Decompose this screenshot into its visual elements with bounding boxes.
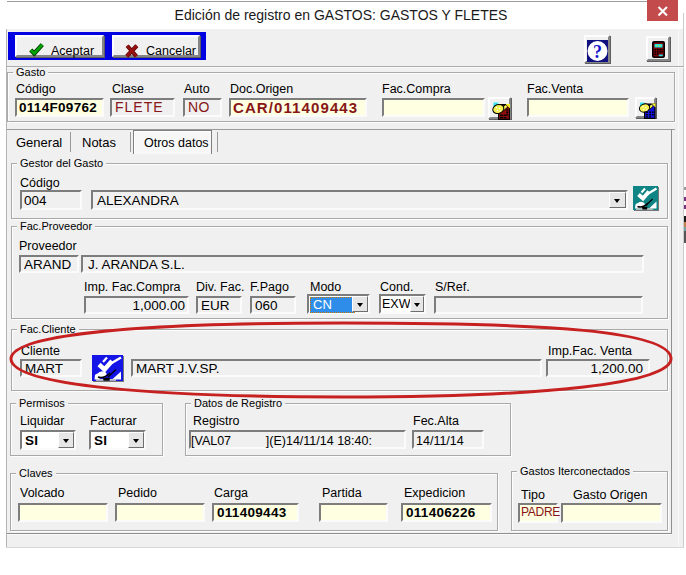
- svg-text:?: ?: [593, 42, 602, 62]
